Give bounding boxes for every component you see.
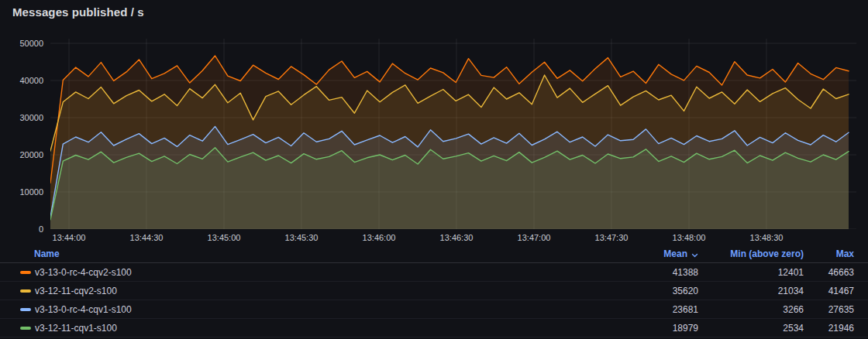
y-tick-label: 10000 bbox=[0, 187, 43, 197]
legend-header-name[interactable]: Name bbox=[20, 248, 613, 259]
series-min-value: 21034 bbox=[698, 286, 804, 296]
legend-series-toggle[interactable]: v3-13-0-rc-4-cqv2-s100 bbox=[20, 267, 613, 278]
legend-table: Name Mean Min (above zero) Max v3-13-0-r… bbox=[0, 245, 868, 337]
series-color-swatch bbox=[20, 289, 31, 293]
x-tick-label: 13:46:30 bbox=[440, 233, 474, 242]
legend-row: v3-12-11-cqv1-s100 18979 2534 21946 bbox=[0, 319, 868, 337]
series-name: v3-12-11-cqv1-s100 bbox=[35, 323, 117, 334]
series-color-swatch bbox=[20, 327, 31, 330]
series-mean-value: 35620 bbox=[613, 286, 698, 296]
y-tick-label: 30000 bbox=[0, 112, 43, 123]
series-max-value: 46663 bbox=[804, 267, 854, 278]
legend-series-toggle[interactable]: v3-12-11-cqv1-s100 bbox=[20, 323, 613, 334]
series-min-value: 12401 bbox=[698, 267, 804, 278]
x-tick-label: 13:46:00 bbox=[363, 233, 396, 242]
x-tick-label: 13:47:00 bbox=[518, 233, 551, 242]
y-tick-label: 20000 bbox=[0, 149, 43, 160]
x-tick-label: 13:44:00 bbox=[53, 233, 86, 242]
series-color-swatch bbox=[20, 308, 31, 311]
y-tick-label: 40000 bbox=[0, 75, 43, 86]
y-tick-label: 50000 bbox=[0, 38, 43, 49]
series-name: v3-13-0-rc-4-cqv1-s100 bbox=[35, 304, 132, 315]
panel-title[interactable]: Messages published / s bbox=[12, 5, 144, 19]
series-max-value: 21946 bbox=[804, 323, 854, 334]
legend-header-mean-label: Mean bbox=[663, 248, 687, 259]
legend-header-mean[interactable]: Mean bbox=[613, 248, 698, 259]
legend-row: v3-13-0-rc-4-cqv1-s100 23681 3266 27635 bbox=[0, 300, 868, 319]
series-min-value: 3266 bbox=[698, 304, 804, 315]
x-tick-label: 13:48:30 bbox=[750, 233, 784, 242]
chevron-down-icon bbox=[691, 253, 698, 258]
x-tick-label: 13:47:30 bbox=[595, 233, 629, 242]
series-min-value: 2534 bbox=[698, 323, 804, 334]
series-mean-value: 41388 bbox=[613, 267, 698, 278]
legend-header-max[interactable]: Max bbox=[804, 248, 854, 259]
legend-series-toggle[interactable]: v3-13-0-rc-4-cqv1-s100 bbox=[20, 304, 613, 315]
series-max-value: 41467 bbox=[804, 286, 854, 296]
x-axis: 13:44:0013:44:3013:45:0013:45:3013:46:00… bbox=[0, 233, 868, 245]
legend-series-toggle[interactable]: v3-12-11-cqv2-s100 bbox=[20, 286, 613, 296]
x-tick-label: 13:44:30 bbox=[130, 233, 164, 242]
panel-messages-published: Messages published / s 01000020000300004… bbox=[0, 0, 868, 339]
x-tick-label: 13:45:30 bbox=[285, 233, 319, 242]
series-max-value: 27635 bbox=[804, 304, 854, 315]
legend-row: v3-12-11-cqv2-s100 35620 21034 41467 bbox=[0, 282, 868, 300]
series-color-swatch bbox=[20, 271, 31, 274]
series-mean-value: 18979 bbox=[613, 323, 698, 334]
legend-header-row: Name Mean Min (above zero) Max bbox=[0, 245, 868, 263]
series-name: v3-13-0-rc-4-cqv2-s100 bbox=[35, 267, 132, 278]
x-tick-label: 13:45:00 bbox=[208, 233, 241, 242]
plot-area[interactable] bbox=[50, 36, 856, 229]
series-mean-value: 23681 bbox=[613, 304, 698, 315]
series-name: v3-12-11-cqv2-s100 bbox=[35, 286, 117, 296]
x-tick-label: 13:48:00 bbox=[673, 233, 706, 242]
legend-header-min[interactable]: Min (above zero) bbox=[698, 248, 804, 259]
legend-row: v3-13-0-rc-4-cqv2-s100 41388 12401 46663 bbox=[0, 263, 868, 282]
